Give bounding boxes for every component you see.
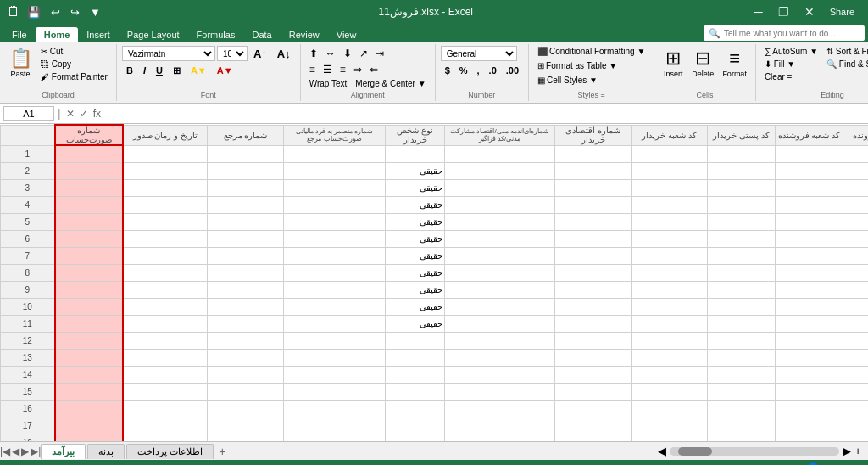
format-painter-btn[interactable]: 🖌 Format Painter (37, 71, 111, 82)
cell-d-13[interactable] (284, 349, 386, 366)
align-top-btn[interactable]: ⬆ (306, 46, 321, 61)
cell-a-10[interactable] (55, 298, 123, 315)
cell-d-16[interactable] (284, 400, 386, 417)
cell-b-13[interactable] (123, 349, 208, 366)
col-header-g[interactable]: شماره اقتصادی خریدار (555, 125, 632, 145)
cell-g-9[interactable] (555, 281, 632, 298)
cell-f-13[interactable] (445, 349, 555, 366)
cell-b-2[interactable] (123, 162, 208, 179)
bold-btn[interactable]: B (122, 63, 137, 78)
cell-a-11[interactable] (55, 315, 123, 332)
cell-d-10[interactable] (284, 298, 386, 315)
cell-j-4[interactable] (776, 196, 843, 213)
font-color-btn[interactable]: A▼ (213, 63, 237, 78)
restore-btn[interactable]: ❐ (771, 4, 796, 20)
cell-f-14[interactable] (445, 366, 555, 383)
format-as-table-btn[interactable]: ⊞ Format as Table ▼ (534, 60, 648, 71)
cell-g-8[interactable] (555, 264, 632, 281)
cell-e-18[interactable] (386, 434, 445, 441)
cell-j-17[interactable] (776, 417, 843, 434)
cell-k-14[interactable] (843, 366, 869, 383)
cell-b-9[interactable] (123, 281, 208, 298)
cell-f-6[interactable] (445, 230, 555, 247)
sheet-tab-بیرآمد[interactable]: بیرآمد (41, 444, 86, 459)
cell-i-11[interactable] (708, 315, 776, 332)
cell-c-13[interactable] (208, 349, 284, 366)
cell-f-15[interactable] (445, 383, 555, 400)
undo-quick-btn[interactable]: ↩ (47, 4, 64, 20)
cell-a-17[interactable] (55, 417, 123, 434)
tab-view[interactable]: View (328, 27, 365, 42)
underline-btn[interactable]: U (152, 63, 167, 78)
cell-e-8[interactable]: حقیقی (386, 264, 445, 281)
cell-c-9[interactable] (208, 281, 284, 298)
cell-h-4[interactable] (632, 196, 708, 213)
cell-j-6[interactable] (776, 230, 843, 247)
copy-btn[interactable]: ⿻ Copy (37, 59, 111, 70)
cell-g-11[interactable] (555, 315, 632, 332)
cell-c-6[interactable] (208, 230, 284, 247)
cell-j-15[interactable] (776, 383, 843, 400)
cell-c-5[interactable] (208, 213, 284, 230)
cell-a-15[interactable] (55, 383, 123, 400)
cell-e-9[interactable]: حقیقی (386, 281, 445, 298)
cell-g-16[interactable] (555, 400, 632, 417)
cell-a-7[interactable] (55, 247, 123, 264)
wrap-text-btn[interactable]: Wrap Text (306, 78, 351, 89)
cell-f-9[interactable] (445, 281, 555, 298)
cell-f-16[interactable] (445, 400, 555, 417)
cell-h-11[interactable] (632, 315, 708, 332)
cell-f-12[interactable] (445, 332, 555, 349)
currency-btn[interactable]: $ (441, 63, 454, 78)
find-select-btn[interactable]: 🔍 Find & Select ▼ (823, 59, 868, 70)
cell-k-5[interactable] (843, 213, 869, 230)
cell-b-6[interactable] (123, 230, 208, 247)
cell-g-2[interactable] (555, 162, 632, 179)
share-btn[interactable]: Share (823, 6, 861, 19)
cell-j-7[interactable] (776, 247, 843, 264)
cell-d-1[interactable] (284, 145, 386, 162)
cell-h-7[interactable] (632, 247, 708, 264)
cell-g-15[interactable] (555, 383, 632, 400)
cell-h-10[interactable] (632, 298, 708, 315)
cell-a-4[interactable] (55, 196, 123, 213)
cell-e-10[interactable]: حقیقی (386, 298, 445, 315)
cell-h-16[interactable] (632, 400, 708, 417)
cell-k-3[interactable] (843, 179, 869, 196)
cell-k-8[interactable] (843, 264, 869, 281)
cell-i-18[interactable] (708, 434, 776, 441)
cell-f-7[interactable] (445, 247, 555, 264)
cell-a-3[interactable] (55, 179, 123, 196)
cell-k-1[interactable] (843, 145, 869, 162)
cell-h-18[interactable] (632, 434, 708, 441)
cell-j-18[interactable] (776, 434, 843, 441)
align-right-btn[interactable]: ≡ (337, 62, 349, 77)
cell-c-8[interactable] (208, 264, 284, 281)
align-center-btn[interactable]: ☰ (320, 62, 336, 77)
cell-i-15[interactable] (708, 383, 776, 400)
cell-c-12[interactable] (208, 332, 284, 349)
cell-f-10[interactable] (445, 298, 555, 315)
cell-c-16[interactable] (208, 400, 284, 417)
border-btn[interactable]: ⊞ (169, 63, 185, 78)
col-header-a[interactable]: شماره صورت‌حساب (55, 125, 123, 145)
tab-review[interactable]: Review (281, 27, 328, 42)
cell-c-14[interactable] (208, 366, 284, 383)
cell-h-6[interactable] (632, 230, 708, 247)
next-sheet-btn[interactable]: ▶ (21, 445, 29, 457)
fill-btn[interactable]: ⬇ Fill ▼ (761, 59, 821, 70)
col-header-j[interactable]: کد شعبه فروشنده (776, 125, 843, 145)
orientation-btn[interactable]: ↗ (356, 46, 371, 61)
cell-b-5[interactable] (123, 213, 208, 230)
minimize-btn[interactable]: ─ (748, 4, 770, 20)
hscroll-right-btn[interactable]: ▶ (843, 445, 851, 457)
last-sheet-btn[interactable]: ▶| (31, 445, 41, 457)
cell-e-5[interactable]: حقیقی (386, 213, 445, 230)
cell-j-3[interactable] (776, 179, 843, 196)
cell-e-6[interactable]: حقیقی (386, 230, 445, 247)
cell-f-17[interactable] (445, 417, 555, 434)
cell-b-3[interactable] (123, 179, 208, 196)
tab-file[interactable]: File (3, 27, 36, 42)
tab-home[interactable]: Home (36, 27, 79, 42)
cancel-formula-icon[interactable]: ✕ (64, 108, 76, 120)
